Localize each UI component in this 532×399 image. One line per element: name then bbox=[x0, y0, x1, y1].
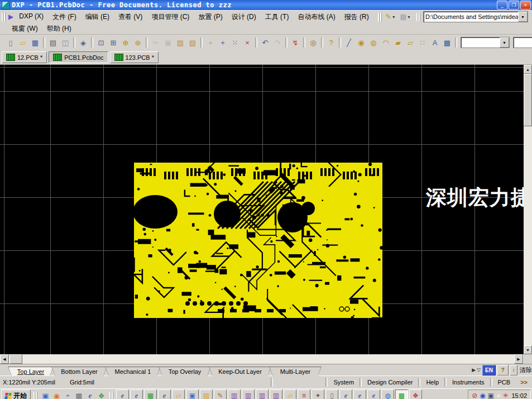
toolbar-combo-0[interactable]: ▼ bbox=[461, 37, 510, 48]
menu-item-0[interactable]: DXP (X) bbox=[15, 11, 48, 23]
board-layers-tool[interactable]: ▤▼ bbox=[399, 12, 412, 21]
task-image-viewer[interactable]: ▣ bbox=[186, 390, 199, 399]
language-indicator[interactable]: EN bbox=[482, 365, 496, 376]
play-indicator-icon[interactable]: ▶ bbox=[471, 367, 476, 373]
task-calculator[interactable]: ▦ bbox=[144, 390, 157, 399]
menu-item-8[interactable]: 自动布线 (A) bbox=[293, 11, 339, 23]
pcb-board[interactable] bbox=[134, 163, 382, 318]
document-tab-12.PCB[interactable]: 12.PCB * bbox=[2, 51, 47, 63]
place-via-button[interactable]: ◍ bbox=[367, 36, 380, 49]
find-similar-button[interactable]: ◎ bbox=[307, 36, 319, 49]
toolbar-grip[interactable] bbox=[378, 13, 382, 21]
input-method-icon[interactable]: ▦ bbox=[74, 391, 84, 399]
taskbar-grip[interactable] bbox=[109, 392, 113, 399]
panel-button-instruments[interactable]: Instruments bbox=[447, 377, 490, 387]
task-books[interactable]: ≡ bbox=[298, 390, 310, 399]
panel-button-help[interactable]: Help bbox=[420, 377, 444, 387]
snap-grid-tool[interactable]: ✎▼ bbox=[385, 12, 397, 21]
toolbar-grip[interactable] bbox=[2, 13, 6, 21]
place-component-button[interactable]: ▩ bbox=[441, 36, 453, 49]
chevron-down-icon[interactable]: ▼ bbox=[500, 37, 509, 48]
task-ie-1[interactable]: e bbox=[116, 390, 129, 399]
toolbar-combo-1[interactable]: ▼ bbox=[513, 37, 532, 48]
align-tools-button[interactable]: ⁙ bbox=[229, 36, 241, 49]
task-ie-3[interactable]: e bbox=[158, 390, 171, 399]
menu-item-5[interactable]: 放置 (P) bbox=[194, 11, 227, 23]
layer-tab-mechanical-1[interactable]: Mechanical 1 bbox=[105, 367, 161, 376]
taskbar-grip[interactable] bbox=[33, 392, 37, 399]
document-tab-PCB1.PcbDoc[interactable]: PCB1.PcbDoc bbox=[49, 51, 108, 63]
panel-button-design-compiler[interactable]: Design Compiler bbox=[362, 377, 418, 387]
layer-tab-top-overlay[interactable]: Top Overlay bbox=[159, 367, 211, 376]
media-player-icon[interactable]: ◉ bbox=[51, 391, 62, 399]
new-document-button[interactable]: ▯ bbox=[4, 36, 17, 49]
messenger-icon[interactable]: ◓ bbox=[63, 391, 73, 399]
task-ie-globe[interactable]: ◍ bbox=[381, 390, 394, 399]
vertical-scrollbar[interactable]: ▲ ▼ bbox=[524, 65, 532, 354]
task-archive-3[interactable]: ▥ bbox=[256, 390, 269, 399]
minimize-button[interactable]: _ bbox=[497, 1, 507, 10]
vertical-scroll-thumb[interactable] bbox=[524, 74, 532, 126]
title-bar[interactable]: DXP - PCB1.PcbDoc - Free Documents. Lice… bbox=[0, 0, 532, 10]
scroll-left-icon[interactable]: ◀ bbox=[0, 354, 9, 364]
layer-tab-multi-layer[interactable]: Multi-Layer bbox=[269, 367, 322, 376]
restore-button[interactable]: ❐ bbox=[509, 1, 519, 10]
place-string-button[interactable]: A bbox=[429, 36, 441, 49]
close-button[interactable]: × bbox=[520, 1, 531, 10]
place-pad-button[interactable]: ◉ bbox=[355, 36, 367, 49]
task-notebook[interactable]: ▯ bbox=[325, 390, 338, 399]
zoom-points-button[interactable]: ⊕ bbox=[119, 36, 132, 49]
layer-tab-top-layer[interactable]: Top Layer bbox=[8, 367, 54, 376]
menu-item-9[interactable]: 报告 (R) bbox=[340, 11, 373, 23]
scroll-down-icon[interactable]: ▼ bbox=[524, 345, 532, 354]
scroll-up-icon[interactable]: ▲ bbox=[524, 65, 532, 74]
task-ie-5[interactable]: e bbox=[353, 390, 366, 399]
more-panels-button[interactable]: >> bbox=[516, 377, 532, 387]
menu-item-row2-0[interactable]: 视窗 (W) bbox=[7, 23, 42, 35]
task-archive-2[interactable]: ▥ bbox=[242, 390, 255, 399]
task-archive-4[interactable]: ▥ bbox=[270, 390, 282, 399]
task-ie-6[interactable]: e bbox=[367, 390, 380, 399]
chevron-down-icon[interactable]: ▼ bbox=[407, 15, 411, 19]
save-document-button[interactable]: ▦ bbox=[29, 36, 41, 49]
menu-item-6[interactable]: 设计 (D) bbox=[227, 11, 261, 23]
menu-item-3[interactable]: 查看 (V) bbox=[114, 11, 147, 23]
show-desktop-icon[interactable]: ▣ bbox=[40, 391, 51, 399]
task-ie-4[interactable]: e bbox=[339, 390, 352, 399]
horizontal-scroll-thumb[interactable] bbox=[9, 354, 22, 364]
place-fill-button[interactable]: ▰ bbox=[392, 36, 404, 49]
open-document-button[interactable]: ▱ bbox=[17, 36, 29, 49]
zoom-document-button[interactable]: ⊞ bbox=[107, 36, 119, 49]
place-line-button[interactable]: ╱ bbox=[343, 36, 355, 49]
print-preview-button[interactable]: ◫ bbox=[59, 36, 71, 49]
panel-button-pcb[interactable]: PCB bbox=[492, 377, 516, 387]
panel-button-system[interactable]: System bbox=[328, 377, 360, 387]
task-folder-upload[interactable]: ▤ bbox=[200, 390, 213, 399]
address-combo[interactable]: D:\Documents and Settings\midea\桌面 ▼ bbox=[423, 11, 528, 22]
toolbar-grip[interactable] bbox=[416, 13, 420, 21]
browse-components-button[interactable]: ◈ bbox=[77, 36, 89, 49]
place-arc-button[interactable]: ◠ bbox=[380, 36, 392, 49]
chevron-down-icon[interactable]: ▼ bbox=[518, 12, 528, 22]
pcb-canvas[interactable]: 深圳宏力捷 bbox=[0, 65, 524, 354]
layer-tab-bottom-layer[interactable]: Bottom Layer bbox=[51, 367, 107, 376]
task-folder-1[interactable]: ▱ bbox=[172, 390, 185, 399]
undo-button[interactable]: ↶ bbox=[259, 36, 271, 49]
task-folder-2[interactable]: ▱ bbox=[284, 390, 296, 399]
start-button[interactable]: 开始 bbox=[1, 390, 31, 399]
document-tab-123.PCB[interactable]: 123.PCB * bbox=[110, 51, 159, 63]
scroll-right-icon[interactable]: ▶ bbox=[514, 354, 523, 364]
language-help-button[interactable]: ? bbox=[497, 365, 509, 376]
clear-label[interactable]: 清除 bbox=[519, 366, 532, 374]
menu-item-2[interactable]: 编辑 (E) bbox=[81, 11, 114, 23]
clear-selections-button[interactable]: × bbox=[241, 36, 253, 49]
task-archive-1[interactable]: ▥ bbox=[228, 390, 241, 399]
horizontal-scrollbar[interactable]: ◀ ▶ bbox=[0, 354, 524, 364]
select-area-button[interactable]: ▫ bbox=[204, 36, 217, 49]
place-array-button[interactable]: ∷ bbox=[416, 36, 429, 49]
zoom-selected-button[interactable]: ⊛ bbox=[132, 36, 144, 49]
move-selection-button[interactable]: + bbox=[217, 36, 229, 49]
menu-item-7[interactable]: 工具 (T) bbox=[261, 11, 294, 23]
place-polygon-button[interactable]: ▱ bbox=[404, 36, 416, 49]
mask-level-icon[interactable]: ▽ bbox=[476, 367, 481, 373]
